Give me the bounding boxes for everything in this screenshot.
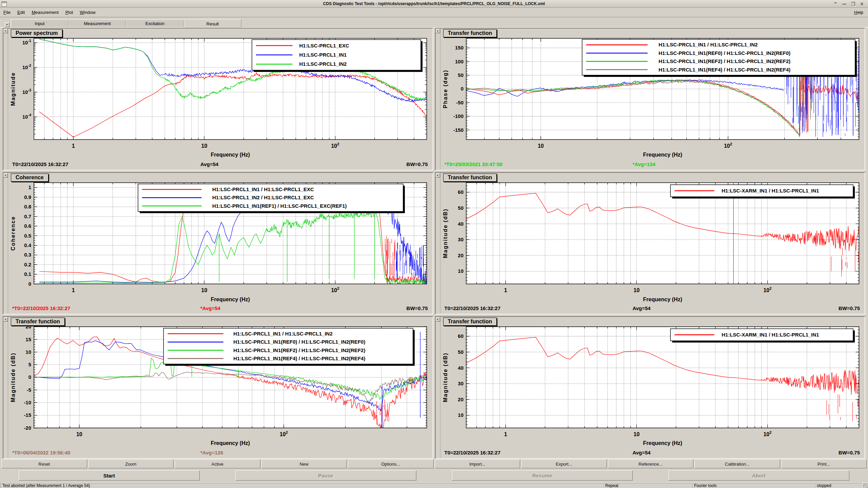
svg-text:H1:LSC-XARM_IN1 / H1:LSC-PRCL1: H1:LSC-XARM_IN1 / H1:LSC-PRCL1_IN1 (722, 332, 819, 338)
tabbar: ▸ Input Measurement Excitation Result (0, 17, 868, 28)
pane-splitter[interactable]: ▸ (3, 28, 8, 170)
export-button[interactable]: Export... (521, 460, 607, 468)
svg-text:40: 40 (458, 221, 463, 226)
svg-text:H1:LSC-PRCL1_IN1 / H1:LSC-PRCL: H1:LSC-PRCL1_IN1 / H1:LSC-PRCL1_IN2 (658, 42, 757, 47)
svg-text:102: 102 (331, 286, 339, 293)
svg-text:0.1: 0.1 (24, 271, 31, 277)
svg-text:Frequency (Hz): Frequency (Hz) (643, 296, 682, 302)
svg-text:-50: -50 (456, 100, 463, 105)
plot-canvas-6[interactable]: 110102102030405060Frequency (Hz)Magnitud… (440, 324, 864, 449)
plot-avg: *Avg=126 (200, 450, 223, 455)
svg-text:Magnitude (dB): Magnitude (dB) (442, 208, 448, 258)
svg-text:1: 1 (504, 431, 507, 437)
svg-text:10-3: 10-3 (22, 88, 31, 95)
pane-splitter[interactable]: ▸ (436, 28, 440, 170)
minimize-icon[interactable]: — (842, 1, 847, 6)
svg-text:10-1: 10-1 (22, 39, 31, 45)
plot-footer: T0=22/10/2025 16:32:27Avg=54BW=0.75 (441, 305, 862, 313)
svg-text:H1:LSC-PRCL1_IN2 / H1:LSC-PRCL: H1:LSC-PRCL1_IN2 / H1:LSC-PRCL1_EXC (212, 195, 314, 200)
menu-plot[interactable]: Plot (62, 8, 76, 16)
plot-canvas-4[interactable]: 110102102030405060Frequency (Hz)Magnitud… (440, 180, 864, 305)
svg-text:0.8: 0.8 (24, 204, 31, 209)
start-button[interactable]: Start (19, 470, 200, 481)
plot-panel-transfer-function-5: ▸Transfer function10102-20-15-10-5051015… (3, 316, 433, 459)
pane-expand-button[interactable]: ▸ (3, 173, 8, 178)
svg-text:20: 20 (458, 252, 463, 258)
svg-text:H1:LSC-PRCL1_IN1(REF2) / H1:LS: H1:LSC-PRCL1_IN1(REF2) / H1:LSC-PRCL1_IN… (233, 347, 365, 353)
pane-expand-button[interactable]: ▸ (3, 29, 8, 33)
svg-text:0.9: 0.9 (24, 194, 31, 200)
import-button[interactable]: Import... (435, 460, 520, 468)
svg-text:1: 1 (72, 287, 75, 293)
window-titlebar[interactable]: CDS Diagnostic Test Tools - /opt/rtcds/u… (0, 0, 868, 8)
plot-panel-power-spectrum-1: ▸Power spectrum11010210-110-210-310-4Fre… (3, 28, 433, 170)
pane-expand-button[interactable]: ▸ (3, 317, 8, 322)
svg-text:50: 50 (458, 349, 463, 355)
plot-title: Transfer function (11, 318, 65, 326)
pane-splitter[interactable]: ▸ (436, 317, 440, 458)
svg-text:0.7: 0.7 (24, 213, 31, 219)
plot-bw: BW=0.75 (839, 305, 860, 311)
plot-canvas-1[interactable]: 11010210-110-210-310-4Frequency (Hz)Magn… (8, 36, 432, 160)
svg-text:102: 102 (280, 430, 288, 437)
plot-t0: T0=22/10/2025 16:32:27 (445, 450, 501, 455)
svg-text:-100: -100 (453, 113, 463, 119)
svg-text:H1:LSC-PRCL1_IN1(REF4) / H1:LS: H1:LSC-PRCL1_IN1(REF4) / H1:LSC-PRCL1_IN… (658, 66, 790, 72)
pause-button: Pause (235, 470, 416, 481)
options-button[interactable]: Options... (348, 460, 434, 468)
menu-help[interactable]: Help (849, 8, 868, 16)
tab-measurement[interactable]: Measurement (68, 19, 126, 27)
plot-t0: T0=22/10/2025 16:32:27 (12, 161, 68, 167)
svg-text:H1:LSC-PRCL1_IN1(REF4) / H1:LS: H1:LSC-PRCL1_IN1(REF4) / H1:LSC-PRCL1_IN… (233, 355, 365, 361)
tab-result[interactable]: Result (184, 19, 241, 27)
svg-text:10: 10 (537, 143, 544, 149)
new-button[interactable]: New (261, 460, 347, 468)
zoom-button[interactable]: Zoom (88, 460, 174, 468)
window-title: CDS Diagnostic Test Tools - /opt/rtcds/u… (0, 1, 868, 6)
status-message: Test aborted (after Measurement 1 / Aver… (0, 483, 603, 488)
plot-canvas-2[interactable]: 10102-150-100-50050100150Frequency (Hz)P… (440, 36, 864, 160)
tab-input[interactable]: Input (11, 19, 68, 27)
menu-measurement[interactable]: Measurement (28, 8, 62, 16)
svg-text:30: 30 (458, 237, 463, 242)
menu-edit[interactable]: Edit (14, 8, 28, 16)
plot-bw: BW=0.75 (407, 305, 428, 311)
pane-toggle-icon[interactable]: ▸ (5, 22, 9, 27)
plot-canvas-5[interactable]: 10102-20-15-10-505101520Frequency (Hz)Ma… (8, 324, 432, 449)
plot-avg: Avg=54 (632, 305, 650, 311)
svg-text:H1:LSC-PRCL1_IN2: H1:LSC-PRCL1_IN2 (299, 61, 347, 67)
pane-expand-button[interactable]: ▸ (436, 317, 440, 322)
resize-grip[interactable] (863, 483, 868, 488)
active-button[interactable]: Active (175, 460, 260, 468)
svg-text:150: 150 (455, 45, 463, 50)
tab-excitation[interactable]: Excitation (126, 19, 184, 27)
close-icon[interactable]: ✕ (859, 1, 865, 6)
menu-window[interactable]: Window (76, 8, 99, 16)
svg-text:0.2: 0.2 (24, 261, 31, 267)
reset-button[interactable]: Reset (1, 460, 87, 468)
pane-expand-button[interactable]: ▸ (436, 173, 440, 178)
maximize-icon[interactable]: ❐ (850, 1, 856, 6)
pane-splitter[interactable]: ▸ (436, 173, 440, 314)
plot-t0: T0=22/10/2025 16:32:27 (445, 305, 501, 311)
pane-splitter[interactable]: ▸ (3, 317, 8, 458)
calibration-button[interactable]: Calibration... (694, 460, 780, 468)
plot-title: Transfer function (443, 318, 497, 326)
pane-expand-button[interactable]: ▸ (436, 29, 440, 33)
pane-splitter[interactable]: ▸ (3, 173, 8, 314)
shade-icon[interactable]: ^ (833, 1, 838, 6)
print-button[interactable]: Print... (781, 460, 867, 468)
svg-text:H1:LSC-PRCL1_IN1(REF0) / H1:LS: H1:LSC-PRCL1_IN1(REF0) / H1:LSC-PRCL1_IN… (658, 50, 790, 56)
menu-file[interactable]: File (0, 8, 14, 16)
svg-text:H1:LSC-PRCL1_IN1 / H1:LSC-PRCL: H1:LSC-PRCL1_IN1 / H1:LSC-PRCL1_EXC (212, 186, 314, 192)
svg-text:10: 10 (25, 349, 31, 355)
plots-grid: ▸Power spectrum11010210-110-210-310-4Fre… (3, 28, 865, 459)
svg-text:0.3: 0.3 (24, 252, 31, 258)
svg-text:Frequency (Hz): Frequency (Hz) (643, 440, 682, 446)
status-tools: Fourier tools (692, 483, 814, 488)
plot-footer: *T0=22/10/2025 16:32:27*Avg=54BW=0.75 (9, 305, 430, 313)
reference-button[interactable]: Reference... (608, 460, 694, 468)
plot-canvas-3[interactable]: 11010200.10.20.30.40.50.60.70.80.91Frequ… (8, 180, 432, 305)
svg-text:50: 50 (458, 72, 463, 78)
plot-avg: *Avg=54 (200, 305, 220, 311)
